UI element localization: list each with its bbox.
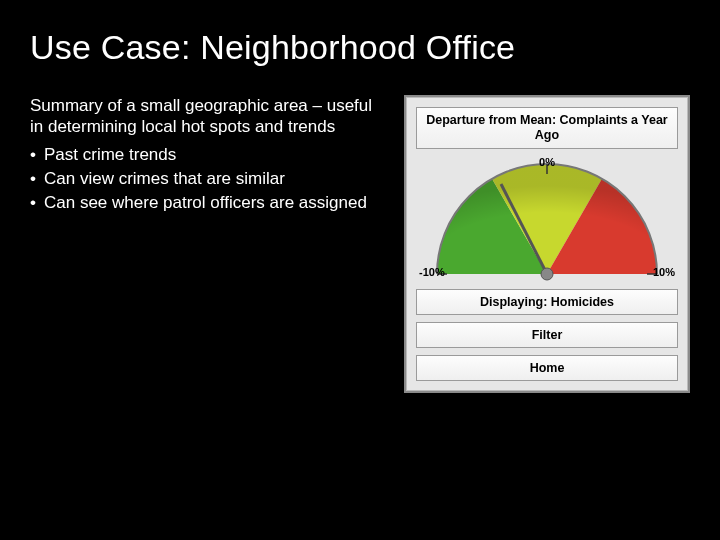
widget-column: Departure from Mean: Complaints a Year A… [404,95,690,393]
svg-point-3 [541,268,553,280]
gauge-min-label: -10% [419,266,445,278]
summary-text: Summary of a small geographic area – use… [30,95,380,138]
displaying-button[interactable]: Displaying: Homicides [416,289,678,315]
list-item: Can view crimes that are similar [30,168,380,189]
bullet-list: Past crime trends Can view crimes that a… [30,144,380,214]
gauge-svg [417,156,677,281]
widget-header-button[interactable]: Departure from Mean: Complaints a Year A… [416,107,678,149]
list-item: Can see where patrol officers are assign… [30,192,380,213]
gauge-chart: 0% -10% 10% [417,156,677,281]
home-button[interactable]: Home [416,355,678,381]
content-row: Summary of a small geographic area – use… [0,67,720,393]
slide-title: Use Case: Neighborhood Office [0,0,720,67]
text-column: Summary of a small geographic area – use… [30,95,380,393]
gauge-mid-label: 0% [539,156,555,168]
gauge-max-label: 10% [653,266,675,278]
gauge-widget: Departure from Mean: Complaints a Year A… [404,95,690,393]
list-item: Past crime trends [30,144,380,165]
filter-button[interactable]: Filter [416,322,678,348]
